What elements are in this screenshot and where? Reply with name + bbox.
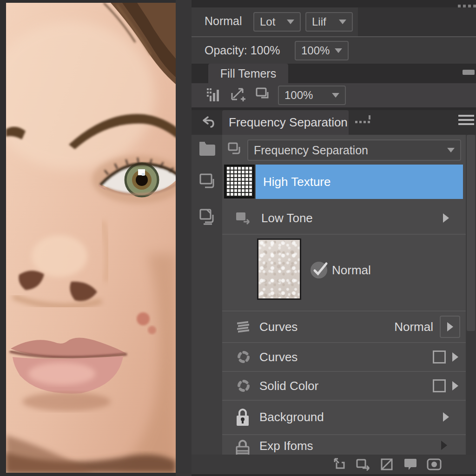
chevron-down-icon [447,148,455,152]
chevron-right-icon[interactable] [452,352,458,362]
layer-row-high-texture[interactable]: High Texture [256,165,463,199]
visibility-checkbox[interactable] [433,379,446,392]
opacity-dropdown-value: 100% [301,44,330,57]
layer-row-solid-color[interactable]: Solid Color [222,372,466,400]
blend-dropdown-b-value: Liif [312,15,326,28]
copy-layers-alt-icon[interactable] [199,208,217,226]
layer-row-curves-1[interactable]: Curves Normal [222,311,466,342]
chevron-right-icon[interactable] [443,412,449,422]
back-arrow-icon[interactable] [200,116,215,128]
layer-row-clipped[interactable]: Exp Ifoms [222,435,466,455]
collapse-minus-icon[interactable] [463,70,475,75]
layers-panel-region: Normal Lot Liif Opacity: 100% 100% Fill … [192,0,476,476]
canvas-background [176,0,192,476]
blend-mode-bar-right [358,7,476,36]
panel-bottom-edge [192,474,476,476]
layer-name: Exp Ifoms [259,439,313,453]
comment-bubble-icon[interactable] [403,458,417,471]
expand-button[interactable] [440,316,460,338]
lock-icon [234,407,251,427]
transparency-square-icon[interactable] [380,458,394,471]
texture-preview-thumbnail[interactable] [257,238,301,300]
tab-frequency-separation[interactable]: Frequency Separation [222,110,349,135]
chevron-right-icon [447,322,453,331]
group-selector-dropdown[interactable]: Frequency Separation [247,139,461,161]
chevron-down-icon [287,20,294,24]
forward-layer-icon [235,211,253,225]
layer-thumbnail-grid[interactable] [224,165,255,198]
fill-tab-label: Fill Temers [220,67,276,80]
tab-fill-temers[interactable]: Fill Temers [208,64,288,83]
chevron-down-icon [332,93,339,98]
layer-name: Curves [259,320,298,334]
check-circle-icon[interactable] [310,260,330,279]
proxy-dots-icon[interactable] [355,115,372,125]
chevron-right-icon[interactable] [441,441,447,450]
opacity-dropdown[interactable]: 100% [295,41,349,60]
blend-dropdown-a[interactable]: Lot [253,12,301,32]
layer-row-low-tone[interactable]: Low Tone [222,202,466,234]
visibility-checkbox[interactable] [433,350,446,364]
layer-name: Low Tone [261,211,313,225]
blend-mode-label: Normal [205,14,242,28]
layer-row-background[interactable]: Background [222,401,466,433]
portrait-photo [6,3,176,473]
folder-icon[interactable] [199,141,216,156]
zoom-dropdown-value: 100% [284,89,313,102]
lock-outline-icon [234,438,251,455]
hamburger-menu-icon[interactable] [458,115,474,126]
camera-icon[interactable] [427,458,442,471]
app-window: Normal Lot Liif Opacity: 100% 100% Fill … [0,0,476,476]
divider [222,234,466,235]
layer-name: Solid Color [259,379,318,393]
scrollbar-thumb[interactable] [467,135,475,331]
zoom-dropdown[interactable]: 100% [278,86,346,105]
histogram-icon[interactable] [207,87,221,102]
layer-name: Curves [259,350,298,364]
opacity-label: Opacity: 100% [205,44,280,57]
layer-name: High Texture [263,175,331,189]
dotted-circle-icon [236,350,251,364]
group-copy-icon [228,142,243,157]
export-layer-icon[interactable] [356,458,371,471]
preview-status-label: Normal [332,263,371,278]
chevron-down-icon [335,48,342,53]
import-layer-icon[interactable] [333,458,347,471]
canvas-photo[interactable] [0,0,176,476]
chevron-right-icon[interactable] [452,381,458,390]
duplicate-icon[interactable] [256,87,271,101]
bottom-toolbar [192,455,476,474]
layer-blend-label: Normal [394,320,433,334]
export-arrow-icon[interactable] [231,86,246,103]
chevron-right-icon[interactable] [443,213,449,223]
stack-icon [236,320,252,334]
group-selector-value: Frequency Separation [254,144,368,157]
layers-tab-label: Frequency Separation [229,115,348,130]
layer-name: Background [259,410,324,424]
layer-row-curves-2[interactable]: Curves [222,343,466,371]
blend-dropdown-a-value: Lot [260,15,275,28]
copy-layers-icon[interactable] [199,173,217,191]
chevron-down-icon [339,20,346,24]
blend-dropdown-b[interactable]: Liif [305,12,353,32]
dotted-circle-icon [236,378,251,393]
